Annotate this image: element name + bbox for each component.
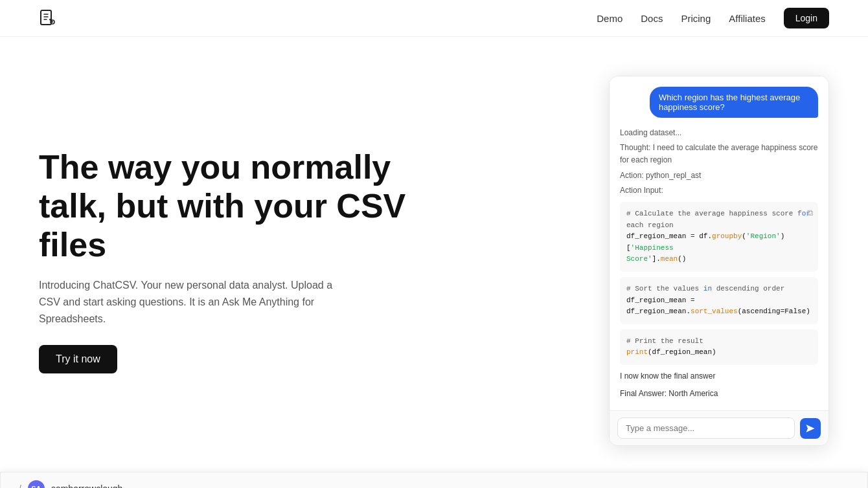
slash-icon: /: [19, 483, 21, 488]
log-line-1: Loading dataset...: [620, 127, 818, 139]
nav-affiliates[interactable]: Affiliates: [729, 13, 765, 24]
nav-docs[interactable]: Docs: [641, 13, 663, 24]
chat-response: Loading dataset... Thought: I need to ca…: [620, 127, 818, 400]
nav-pricing[interactable]: Pricing: [681, 13, 711, 24]
hero-section: The way you normally talk, but with your…: [0, 37, 868, 472]
login-button[interactable]: Login: [784, 8, 829, 28]
hero-text: The way you normally talk, but with your…: [39, 148, 415, 373]
code-block-2: # Sort the values in descending order df…: [620, 277, 818, 324]
code-line-4: # Sort the values in descending order: [626, 283, 812, 295]
logo-icon: [39, 9, 57, 27]
code-line-6: # Print the result: [626, 336, 812, 348]
code-block-1: ⧉ # Calculate the average happiness scor…: [620, 202, 818, 272]
hero-subtext: Introducing ChatCSV. Your new personal d…: [39, 277, 337, 327]
chat-widget: Which region has the highest average hap…: [609, 76, 829, 446]
final-answer-2: Final Answer: North America: [620, 388, 818, 400]
svg-rect-0: [41, 10, 51, 25]
log-line-3: Action: python_repl_ast: [620, 170, 818, 182]
chat-messages: Which region has the highest average hap…: [610, 76, 828, 410]
nav-links: Demo Docs Pricing Affiliates Login: [597, 8, 829, 28]
code-line-3: Score'].mean(): [626, 254, 812, 265]
panel-header: / SA sambarrowclough: [1, 472, 867, 488]
code-line-2: df_region_mean = df.groupby('Region')['H…: [626, 231, 812, 254]
username-label: sambarrowclough: [51, 483, 123, 488]
final-answer-1: I now know the final answer: [620, 370, 818, 383]
logo[interactable]: [39, 9, 57, 27]
chat-input[interactable]: [617, 417, 795, 439]
user-message: Which region has the highest average hap…: [650, 87, 818, 118]
send-button[interactable]: [800, 418, 821, 439]
code-block-3: # Print the result print(df_region_mean): [620, 329, 818, 365]
hero-heading: The way you normally talk, but with your…: [39, 148, 415, 264]
send-icon: [805, 423, 816, 434]
nav-demo[interactable]: Demo: [597, 13, 622, 24]
code-line-5: df_region_mean = df_region_mean.sort_val…: [626, 295, 812, 318]
bottom-panel: / SA sambarrowclough 10. Fare: Passenger…: [0, 472, 868, 488]
code-line-1: # Calculate the average happiness score …: [626, 208, 812, 231]
chat-input-area: [610, 410, 828, 445]
log-line-4: Action Input:: [620, 184, 818, 197]
try-now-button[interactable]: Try it now: [39, 345, 117, 373]
navbar: Demo Docs Pricing Affiliates Login: [0, 0, 868, 37]
log-line-2: Thought: I need to calculate the average…: [620, 142, 818, 166]
avatar: SA: [28, 480, 45, 488]
copy-icon-1[interactable]: ⧉: [807, 207, 813, 221]
code-line-7: print(df_region_mean): [626, 347, 812, 359]
